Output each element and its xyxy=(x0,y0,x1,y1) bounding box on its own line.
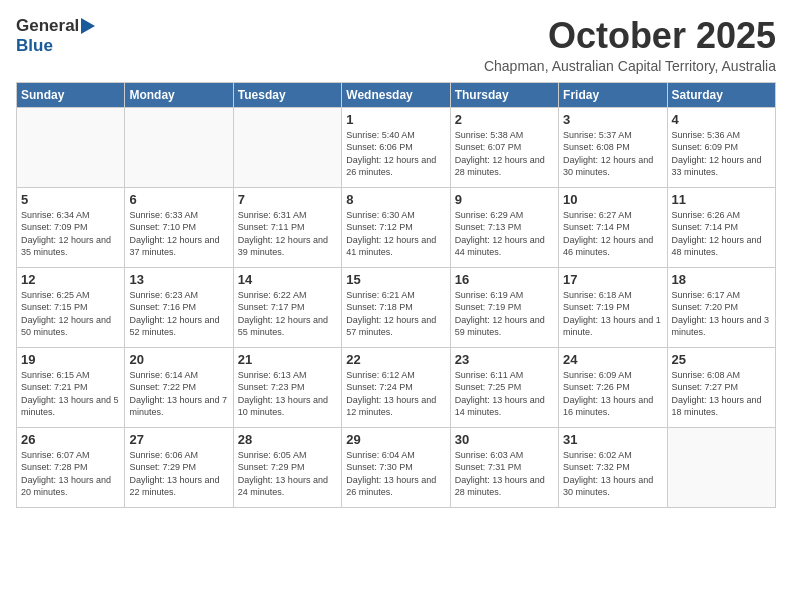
day-info: Sunrise: 6:34 AM Sunset: 7:09 PM Dayligh… xyxy=(21,209,120,259)
calendar-cell xyxy=(17,107,125,187)
calendar-cell: 29Sunrise: 6:04 AM Sunset: 7:30 PM Dayli… xyxy=(342,427,450,507)
day-info: Sunrise: 6:22 AM Sunset: 7:17 PM Dayligh… xyxy=(238,289,337,339)
calendar-cell: 8Sunrise: 6:30 AM Sunset: 7:12 PM Daylig… xyxy=(342,187,450,267)
day-info: Sunrise: 6:13 AM Sunset: 7:23 PM Dayligh… xyxy=(238,369,337,419)
calendar-cell: 17Sunrise: 6:18 AM Sunset: 7:19 PM Dayli… xyxy=(559,267,667,347)
day-info: Sunrise: 6:12 AM Sunset: 7:24 PM Dayligh… xyxy=(346,369,445,419)
day-number: 6 xyxy=(129,192,228,207)
calendar-cell: 6Sunrise: 6:33 AM Sunset: 7:10 PM Daylig… xyxy=(125,187,233,267)
day-info: Sunrise: 6:09 AM Sunset: 7:26 PM Dayligh… xyxy=(563,369,662,419)
day-info: Sunrise: 6:17 AM Sunset: 7:20 PM Dayligh… xyxy=(672,289,771,339)
calendar-cell: 14Sunrise: 6:22 AM Sunset: 7:17 PM Dayli… xyxy=(233,267,341,347)
calendar-weekday-monday: Monday xyxy=(125,82,233,107)
day-number: 14 xyxy=(238,272,337,287)
calendar-cell: 28Sunrise: 6:05 AM Sunset: 7:29 PM Dayli… xyxy=(233,427,341,507)
calendar-cell: 3Sunrise: 5:37 AM Sunset: 6:08 PM Daylig… xyxy=(559,107,667,187)
calendar-weekday-friday: Friday xyxy=(559,82,667,107)
calendar-cell: 9Sunrise: 6:29 AM Sunset: 7:13 PM Daylig… xyxy=(450,187,558,267)
calendar-cell: 20Sunrise: 6:14 AM Sunset: 7:22 PM Dayli… xyxy=(125,347,233,427)
calendar-cell xyxy=(667,427,775,507)
day-number: 5 xyxy=(21,192,120,207)
calendar-cell: 1Sunrise: 5:40 AM Sunset: 6:06 PM Daylig… xyxy=(342,107,450,187)
day-number: 8 xyxy=(346,192,445,207)
day-number: 4 xyxy=(672,112,771,127)
day-info: Sunrise: 6:03 AM Sunset: 7:31 PM Dayligh… xyxy=(455,449,554,499)
logo-general: General xyxy=(16,16,79,36)
calendar-cell: 2Sunrise: 5:38 AM Sunset: 6:07 PM Daylig… xyxy=(450,107,558,187)
calendar-cell: 18Sunrise: 6:17 AM Sunset: 7:20 PM Dayli… xyxy=(667,267,775,347)
calendar-week-row: 12Sunrise: 6:25 AM Sunset: 7:15 PM Dayli… xyxy=(17,267,776,347)
day-info: Sunrise: 5:40 AM Sunset: 6:06 PM Dayligh… xyxy=(346,129,445,179)
day-number: 29 xyxy=(346,432,445,447)
calendar-cell xyxy=(233,107,341,187)
day-number: 23 xyxy=(455,352,554,367)
day-number: 12 xyxy=(21,272,120,287)
day-info: Sunrise: 6:27 AM Sunset: 7:14 PM Dayligh… xyxy=(563,209,662,259)
calendar-weekday-saturday: Saturday xyxy=(667,82,775,107)
calendar-week-row: 26Sunrise: 6:07 AM Sunset: 7:28 PM Dayli… xyxy=(17,427,776,507)
calendar-cell: 19Sunrise: 6:15 AM Sunset: 7:21 PM Dayli… xyxy=(17,347,125,427)
day-info: Sunrise: 5:37 AM Sunset: 6:08 PM Dayligh… xyxy=(563,129,662,179)
calendar-cell xyxy=(125,107,233,187)
calendar-cell: 5Sunrise: 6:34 AM Sunset: 7:09 PM Daylig… xyxy=(17,187,125,267)
day-number: 15 xyxy=(346,272,445,287)
calendar-week-row: 19Sunrise: 6:15 AM Sunset: 7:21 PM Dayli… xyxy=(17,347,776,427)
calendar-weekday-sunday: Sunday xyxy=(17,82,125,107)
day-info: Sunrise: 5:36 AM Sunset: 6:09 PM Dayligh… xyxy=(672,129,771,179)
day-info: Sunrise: 6:18 AM Sunset: 7:19 PM Dayligh… xyxy=(563,289,662,339)
calendar-cell: 31Sunrise: 6:02 AM Sunset: 7:32 PM Dayli… xyxy=(559,427,667,507)
day-number: 11 xyxy=(672,192,771,207)
logo-blue: Blue xyxy=(16,36,53,55)
calendar-weekday-tuesday: Tuesday xyxy=(233,82,341,107)
day-number: 22 xyxy=(346,352,445,367)
day-info: Sunrise: 6:19 AM Sunset: 7:19 PM Dayligh… xyxy=(455,289,554,339)
calendar-weekday-thursday: Thursday xyxy=(450,82,558,107)
day-info: Sunrise: 6:15 AM Sunset: 7:21 PM Dayligh… xyxy=(21,369,120,419)
day-info: Sunrise: 6:08 AM Sunset: 7:27 PM Dayligh… xyxy=(672,369,771,419)
calendar-week-row: 5Sunrise: 6:34 AM Sunset: 7:09 PM Daylig… xyxy=(17,187,776,267)
day-info: Sunrise: 6:14 AM Sunset: 7:22 PM Dayligh… xyxy=(129,369,228,419)
calendar-cell: 12Sunrise: 6:25 AM Sunset: 7:15 PM Dayli… xyxy=(17,267,125,347)
day-info: Sunrise: 5:38 AM Sunset: 6:07 PM Dayligh… xyxy=(455,129,554,179)
day-number: 20 xyxy=(129,352,228,367)
day-number: 19 xyxy=(21,352,120,367)
calendar-cell: 11Sunrise: 6:26 AM Sunset: 7:14 PM Dayli… xyxy=(667,187,775,267)
calendar-cell: 4Sunrise: 5:36 AM Sunset: 6:09 PM Daylig… xyxy=(667,107,775,187)
day-number: 2 xyxy=(455,112,554,127)
month-year: October 2025 xyxy=(484,16,776,56)
logo-arrow-icon xyxy=(81,18,95,34)
calendar-cell: 22Sunrise: 6:12 AM Sunset: 7:24 PM Dayli… xyxy=(342,347,450,427)
day-info: Sunrise: 6:21 AM Sunset: 7:18 PM Dayligh… xyxy=(346,289,445,339)
day-number: 10 xyxy=(563,192,662,207)
day-info: Sunrise: 6:04 AM Sunset: 7:30 PM Dayligh… xyxy=(346,449,445,499)
day-info: Sunrise: 6:11 AM Sunset: 7:25 PM Dayligh… xyxy=(455,369,554,419)
calendar-cell: 27Sunrise: 6:06 AM Sunset: 7:29 PM Dayli… xyxy=(125,427,233,507)
day-info: Sunrise: 6:33 AM Sunset: 7:10 PM Dayligh… xyxy=(129,209,228,259)
day-info: Sunrise: 6:05 AM Sunset: 7:29 PM Dayligh… xyxy=(238,449,337,499)
day-info: Sunrise: 6:31 AM Sunset: 7:11 PM Dayligh… xyxy=(238,209,337,259)
day-info: Sunrise: 6:26 AM Sunset: 7:14 PM Dayligh… xyxy=(672,209,771,259)
day-number: 16 xyxy=(455,272,554,287)
title-section: October 2025 Chapman, Australian Capital… xyxy=(484,16,776,74)
day-number: 17 xyxy=(563,272,662,287)
calendar-cell: 26Sunrise: 6:07 AM Sunset: 7:28 PM Dayli… xyxy=(17,427,125,507)
calendar-cell: 24Sunrise: 6:09 AM Sunset: 7:26 PM Dayli… xyxy=(559,347,667,427)
day-number: 28 xyxy=(238,432,337,447)
calendar-cell: 16Sunrise: 6:19 AM Sunset: 7:19 PM Dayli… xyxy=(450,267,558,347)
calendar-weekday-wednesday: Wednesday xyxy=(342,82,450,107)
calendar-cell: 7Sunrise: 6:31 AM Sunset: 7:11 PM Daylig… xyxy=(233,187,341,267)
calendar-cell: 21Sunrise: 6:13 AM Sunset: 7:23 PM Dayli… xyxy=(233,347,341,427)
day-info: Sunrise: 6:07 AM Sunset: 7:28 PM Dayligh… xyxy=(21,449,120,499)
calendar-cell: 10Sunrise: 6:27 AM Sunset: 7:14 PM Dayli… xyxy=(559,187,667,267)
day-number: 27 xyxy=(129,432,228,447)
day-number: 13 xyxy=(129,272,228,287)
calendar-week-row: 1Sunrise: 5:40 AM Sunset: 6:06 PM Daylig… xyxy=(17,107,776,187)
calendar-header-row: SundayMondayTuesdayWednesdayThursdayFrid… xyxy=(17,82,776,107)
day-number: 21 xyxy=(238,352,337,367)
calendar-cell: 15Sunrise: 6:21 AM Sunset: 7:18 PM Dayli… xyxy=(342,267,450,347)
logo: General Blue xyxy=(16,16,95,56)
calendar-cell: 13Sunrise: 6:23 AM Sunset: 7:16 PM Dayli… xyxy=(125,267,233,347)
day-number: 26 xyxy=(21,432,120,447)
day-info: Sunrise: 6:25 AM Sunset: 7:15 PM Dayligh… xyxy=(21,289,120,339)
location: Chapman, Australian Capital Territory, A… xyxy=(484,58,776,74)
